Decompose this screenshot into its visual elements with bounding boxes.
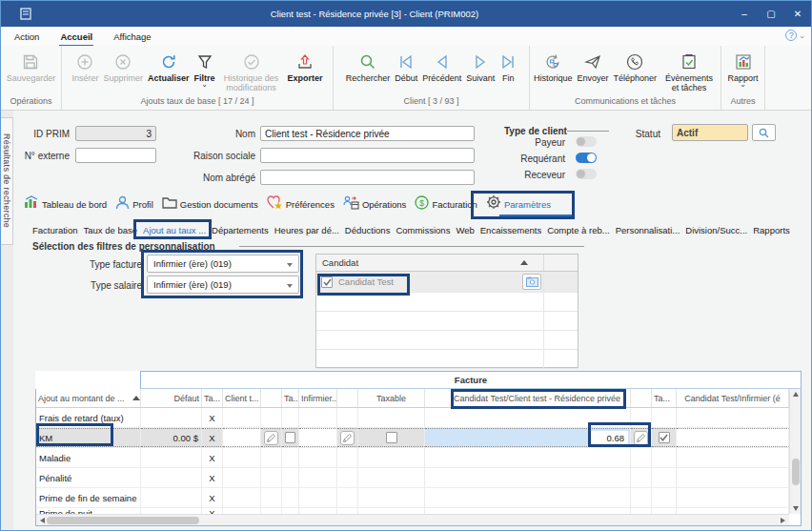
app-icon — [20, 8, 31, 20]
column-header-7[interactable] — [337, 389, 358, 407]
raison-sociale-field[interactable] — [260, 148, 475, 163]
column-header-5[interactable]: Ta... — [282, 389, 299, 407]
facture-row-prime-de-fin-de-semaine[interactable]: Prime de fin de semaineX — [36, 488, 801, 508]
horizontal-scrollbar[interactable] — [36, 514, 789, 525]
column-header-11[interactable]: Ta... — [652, 389, 677, 407]
candidat-checkbox[interactable] — [321, 276, 333, 288]
photo-icon-button[interactable] — [522, 274, 541, 290]
toggle-requérant[interactable] — [576, 153, 597, 163]
candidat-column-header[interactable]: Candidat — [316, 255, 578, 272]
column-header-4[interactable] — [261, 389, 282, 407]
nom-abrege-field[interactable] — [260, 170, 475, 185]
ribbon-button--v-nements-et-t-ches[interactable]: Évènements et tâches — [660, 50, 719, 93]
edit-pencil-button[interactable] — [634, 431, 648, 445]
column-header-2[interactable]: Ta... — [202, 389, 223, 407]
facture-row-km[interactable]: KM0.00 $X0.68 — [36, 428, 801, 448]
menu-item-accueil[interactable]: Accueil — [59, 30, 93, 44]
menu-item-affichage[interactable]: Affichage — [112, 30, 152, 44]
tab-profil[interactable]: Profil — [115, 193, 153, 216]
ribbon-button-pr-c-dent[interactable]: Précédent — [420, 50, 463, 84]
column-header-10[interactable] — [631, 389, 652, 407]
gear-icon — [486, 194, 501, 214]
ribbon-button-envoyer[interactable]: Envoyer — [575, 50, 610, 84]
taxable-checkbox[interactable] — [386, 432, 397, 443]
toggle-receveur[interactable] — [576, 169, 597, 179]
chevron-down-icon — [287, 284, 293, 288]
edit-pencil-button[interactable] — [340, 431, 355, 445]
cell — [337, 428, 358, 447]
column-header-1[interactable]: Défaut — [141, 389, 202, 407]
column-header-6[interactable]: Infirmier... — [299, 389, 337, 407]
tab-param-tres[interactable]: Paramètres — [486, 192, 551, 216]
column-header-12[interactable]: Candidat Test/Infirmier (é — [677, 389, 789, 407]
ribbon-button-fin[interactable]: Fin — [497, 50, 518, 84]
ribbon-button-actualiser[interactable]: Actualiser — [146, 50, 192, 84]
tab-op-rations[interactable]: Opérations — [343, 193, 406, 216]
column-header-3[interactable]: Client t... — [223, 389, 261, 407]
subtab-encaissements[interactable]: Encaissements — [480, 225, 541, 235]
search-results-sidebar-tab[interactable]: Résultats de recherche — [1, 117, 13, 245]
toggle-payeur[interactable] — [576, 136, 597, 147]
statut-search-button[interactable] — [752, 124, 776, 141]
subtab-web[interactable]: Web — [456, 225, 474, 235]
ribbon-button-rapport[interactable]: Rapport⌄ — [725, 50, 760, 87]
cell: X — [202, 468, 223, 487]
type-facture-dropdown[interactable]: Infirmier (ère) (019) — [147, 255, 299, 273]
close-button[interactable]: ✕ — [784, 1, 811, 27]
next-icon — [472, 50, 489, 74]
column-header-8[interactable]: Taxable — [358, 389, 425, 407]
type-salaire-dropdown[interactable]: Infirmier (ère) (019) — [147, 276, 299, 294]
tab-facturation[interactable]: $Facturation — [415, 193, 477, 216]
edit-pencil-button[interactable] — [264, 431, 278, 445]
vertical-scrollbar-thumb[interactable] — [792, 459, 800, 485]
ribbon-button-rechercher[interactable]: Rechercher — [344, 50, 393, 84]
subtab-ajout-au-taux-[interactable]: Ajout au taux ... — [143, 225, 206, 235]
facture-row-maladie[interactable]: MaladieX — [36, 448, 801, 468]
histmod-icon — [243, 50, 260, 74]
subtab-d-partements[interactable]: Départements — [212, 225, 269, 235]
no-externe-field[interactable] — [75, 148, 156, 163]
cell: X — [202, 428, 223, 447]
column-header-0[interactable]: Ajout au montant de ... — [36, 389, 141, 407]
subtab-heures-par-d-[interactable]: Heures par dé... — [274, 225, 339, 235]
tab-tableau-de-bord[interactable]: Tableau de bord — [24, 193, 107, 215]
subtab-d-ductions[interactable]: Déductions — [345, 225, 391, 235]
maximize-button[interactable]: ▢ — [758, 1, 784, 27]
taxable-checkbox-checked[interactable] — [659, 432, 670, 443]
cell — [282, 428, 299, 447]
subtab-facturation[interactable]: Facturation — [32, 225, 78, 235]
ribbon-button-ins-rer: Insérer — [70, 50, 100, 84]
nom-field[interactable]: Client test - Résidence privée — [260, 126, 475, 141]
menu-item-action[interactable]: Action — [13, 30, 40, 44]
toggle-label-requérant: Requérant — [497, 153, 565, 164]
ribbon-button-d-but[interactable]: Début — [393, 50, 419, 84]
horizontal-scrollbar-thumb[interactable] — [47, 517, 199, 524]
ribbon-button-filtre[interactable]: Filtre⌄ — [193, 50, 217, 87]
ribbon-button-t-l-phoner[interactable]: Téléphoner — [612, 50, 660, 84]
minimize-button[interactable]: – — [731, 1, 758, 27]
ribbon-button-suivant[interactable]: Suivant — [464, 50, 497, 84]
km-candidat-value[interactable]: 0.68 — [588, 431, 628, 444]
ribbon-button-historique[interactable]: Historique — [532, 50, 575, 84]
help-icon[interactable]: ? — [785, 30, 797, 41]
column-header-9[interactable]: Candidat Test/Client test - Résidence pr… — [425, 389, 631, 407]
ribbon-button-exporter[interactable]: Exporter — [286, 50, 325, 84]
subtab-taux-de-base[interactable]: Taux de base — [84, 225, 138, 235]
statut-field[interactable]: Actif — [672, 124, 748, 141]
taxable-checkbox[interactable] — [285, 432, 295, 443]
subtab-personnalisati-[interactable]: Personnalisati... — [616, 225, 680, 235]
ribbon-group-1: InsérerSupprimerActualiserFiltre⌄Histori… — [62, 46, 334, 110]
subtab-compte-reb-[interactable]: Compte à reb... — [547, 225, 609, 235]
nom-abrege-label: Nom abrégé — [173, 173, 255, 183]
subtab-rapports[interactable]: Rapports — [753, 225, 790, 235]
tab-pr-f-rences[interactable]: Préférences — [267, 193, 335, 216]
facture-row-p-nalit-[interactable]: PénalitéX — [36, 468, 801, 488]
help-menu[interactable]: ?⌄ — [785, 30, 805, 41]
tab-gestion-documents[interactable]: Gestion documents — [162, 193, 258, 215]
vertical-scrollbar[interactable] — [789, 389, 801, 514]
subtab-division-succ-[interactable]: Division/Succ... — [685, 225, 747, 235]
section-line — [239, 246, 584, 247]
subtab-commissions[interactable]: Commissions — [396, 225, 450, 235]
candidat-row[interactable]: Candidat Test — [316, 272, 578, 293]
facture-row-frais-de-retard-taux-[interactable]: Frais de retard (taux)X — [36, 408, 801, 428]
